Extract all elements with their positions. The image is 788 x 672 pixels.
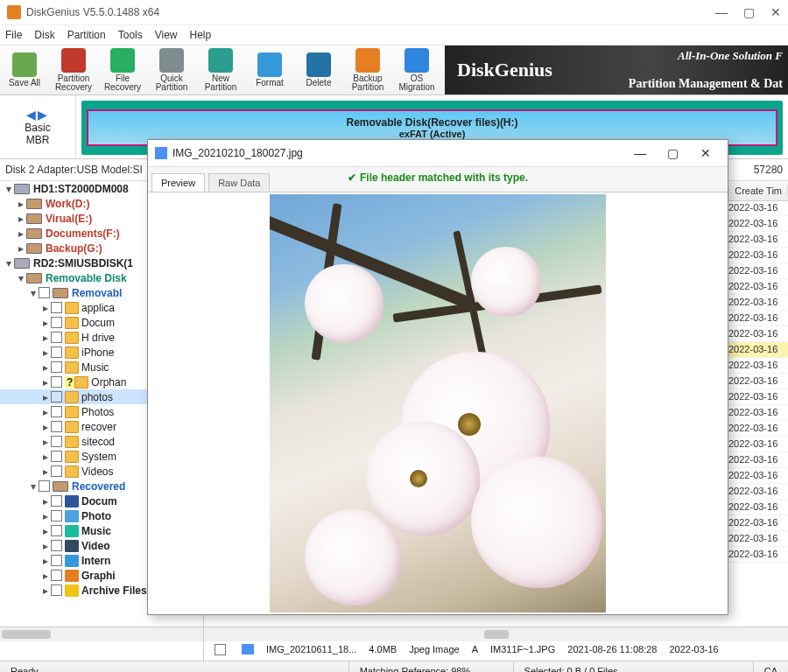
toolbar-delete[interactable]: Delete	[294, 46, 343, 94]
grid-row[interactable]: 2022-03-16	[727, 374, 788, 389]
grid-row[interactable]: 2022-03-16	[727, 232, 788, 248]
toolbar-label: BackupPartition	[352, 74, 384, 92]
row-type: Jpeg Image	[409, 644, 459, 654]
toolbar-icon	[110, 48, 135, 73]
grid-row[interactable]: 2022-03-16	[727, 295, 788, 311]
close-button[interactable]: ✕	[770, 5, 781, 19]
grid-row[interactable]: 2022-03-16	[727, 389, 788, 405]
grid-row[interactable]: 2022-03-16	[727, 279, 788, 295]
toolbar-icon	[306, 52, 331, 77]
row-size: 4.0MB	[369, 644, 397, 654]
window-title: DiskGenius V5.5.0.1488 x64	[26, 6, 715, 18]
toolbar-quick-partition[interactable]: QuickPartition	[147, 46, 196, 94]
toolbar-label: OS Migration	[392, 74, 441, 92]
toolbar-label: PartitionRecovery	[55, 74, 92, 92]
toolbar-os-migration[interactable]: OS Migration	[392, 46, 441, 94]
row-modified: 2021-08-26 11:08:28	[567, 644, 657, 654]
tree-horizontal-scrollbar[interactable]	[0, 626, 203, 641]
grid-row[interactable]: 2022-03-16	[727, 326, 788, 342]
grid-row[interactable]: 2022-03-16	[727, 421, 788, 437]
toolbar-icon	[405, 48, 429, 73]
preview-close-button[interactable]: ✕	[691, 146, 721, 160]
grid-row[interactable]: 2022-03-16	[727, 547, 788, 563]
menu-partition[interactable]: Partition	[67, 29, 106, 41]
toolbar-new-partition[interactable]: NewPartition	[196, 46, 245, 94]
grid-row[interactable]: 2022-03-16	[727, 484, 788, 500]
toolbar-label: NewPartition	[205, 74, 237, 92]
menu-file[interactable]: File	[5, 29, 22, 41]
preview-titlebar[interactable]: IMG_20210210_180027.jpg — ▢ ✕	[148, 140, 728, 167]
disk-info-right: 57280	[754, 164, 783, 176]
grid-row[interactable]: 2022-03-16	[727, 452, 788, 468]
brand-tagline-2: Partition Management & Dat	[629, 77, 783, 91]
toolbar-file-recovery[interactable]: FileRecovery	[98, 46, 147, 94]
toolbar-partition-recovery[interactable]: PartitionRecovery	[49, 46, 98, 94]
grid-row[interactable]: 2022-03-16	[727, 531, 788, 547]
image-file-icon	[155, 147, 167, 159]
status-ready: Ready	[0, 662, 349, 672]
brand-banner: DiskGenius All-In-One Solution F Partiti…	[445, 46, 788, 94]
row-attr: A	[472, 644, 478, 654]
toolbar-label: QuickPartition	[156, 74, 188, 92]
grid-row[interactable]: 2022-03-16	[727, 468, 788, 484]
preview-image-area	[148, 192, 728, 614]
grid-row[interactable]: 2022-03-16	[727, 200, 788, 216]
brand-tagline-1: All-In-One Solution F	[678, 49, 783, 63]
disk-mode: Basic	[25, 122, 50, 134]
menubar: File Disk Partition Tools View Help	[0, 25, 788, 45]
grid-row[interactable]: 2022-03-16	[727, 500, 788, 515]
minimize-button[interactable]: —	[715, 5, 728, 19]
status-capacity: CA	[754, 662, 788, 672]
toolbar-icon	[12, 52, 37, 77]
toolbar-label: Save All	[9, 79, 40, 88]
row-created: 2022-03-16	[669, 644, 718, 654]
row-checkbox[interactable]	[215, 644, 226, 655]
menu-help[interactable]: Help	[190, 29, 212, 41]
preview-tabs: ✔File header matched with its type. Prev…	[148, 167, 728, 192]
jpeg-file-icon	[242, 644, 254, 654]
grid-horizontal-scrollbar[interactable]	[204, 626, 788, 641]
grid-row[interactable]: 2022-03-16	[727, 405, 788, 421]
row-shortname: IM311F~1.JPG	[490, 644, 555, 654]
maximize-button[interactable]: ▢	[743, 5, 755, 19]
toolbar-icon	[355, 48, 380, 73]
status-matching: Matching Reference: 98%	[349, 662, 514, 672]
disk-adapter-info: Disk 2 Adapter:USB Model:SI	[5, 164, 143, 176]
check-icon: ✔	[348, 172, 356, 184]
partition-fs: exFAT (Active)	[399, 129, 466, 139]
preview-minimize-button[interactable]: —	[625, 146, 655, 160]
toolbar-format[interactable]: Format	[245, 46, 294, 94]
toolbar-label: Delete	[306, 79, 332, 88]
grid-row[interactable]: 2022-03-16	[727, 216, 788, 232]
toolbar: Save AllPartitionRecoveryFileRecoveryQui…	[0, 45, 788, 95]
statusbar: Ready Matching Reference: 98% Selected: …	[0, 661, 788, 672]
toolbar-icon	[61, 48, 86, 73]
grid-row[interactable]: 2022-03-16	[727, 263, 788, 279]
preview-title: IMG_20210210_180027.jpg	[172, 147, 625, 159]
grid-row[interactable]: 2022-03-16	[727, 358, 788, 374]
toolbar-icon	[208, 48, 233, 73]
grid-sample-row[interactable]: IMG_20210611_18... 4.0MB Jpeg Image A IM…	[215, 641, 788, 657]
row-filename: IMG_20210611_18...	[266, 644, 356, 654]
menu-view[interactable]: View	[155, 29, 178, 41]
grid-row[interactable]: 2022-03-16	[727, 311, 788, 326]
grid-row[interactable]: 2022-03-16	[727, 515, 788, 531]
header-match-status: ✔File header matched with its type.	[148, 172, 728, 184]
grid-row[interactable]: 2022-03-16	[727, 437, 788, 452]
grid-row[interactable]: 2022-03-16	[727, 342, 788, 358]
disk-scheme: MBR	[26, 134, 50, 146]
menu-tools[interactable]: Tools	[118, 29, 143, 41]
toolbar-save-all[interactable]: Save All	[0, 46, 49, 94]
app-logo-icon	[7, 5, 21, 19]
toolbar-backup-partition[interactable]: BackupPartition	[343, 46, 392, 94]
toolbar-label: FileRecovery	[104, 74, 141, 92]
col-create-time[interactable]: Create Tim	[729, 186, 788, 196]
nav-arrows-icon[interactable]: ◀▶	[26, 108, 49, 122]
preview-image	[270, 194, 606, 612]
toolbar-label: Format	[256, 79, 284, 88]
toolbar-icon	[257, 52, 282, 77]
menu-disk[interactable]: Disk	[34, 29, 54, 41]
preview-maximize-button[interactable]: ▢	[658, 146, 688, 160]
preview-window[interactable]: IMG_20210210_180027.jpg — ▢ ✕ ✔File head…	[147, 139, 728, 615]
grid-row[interactable]: 2022-03-16	[727, 248, 788, 263]
